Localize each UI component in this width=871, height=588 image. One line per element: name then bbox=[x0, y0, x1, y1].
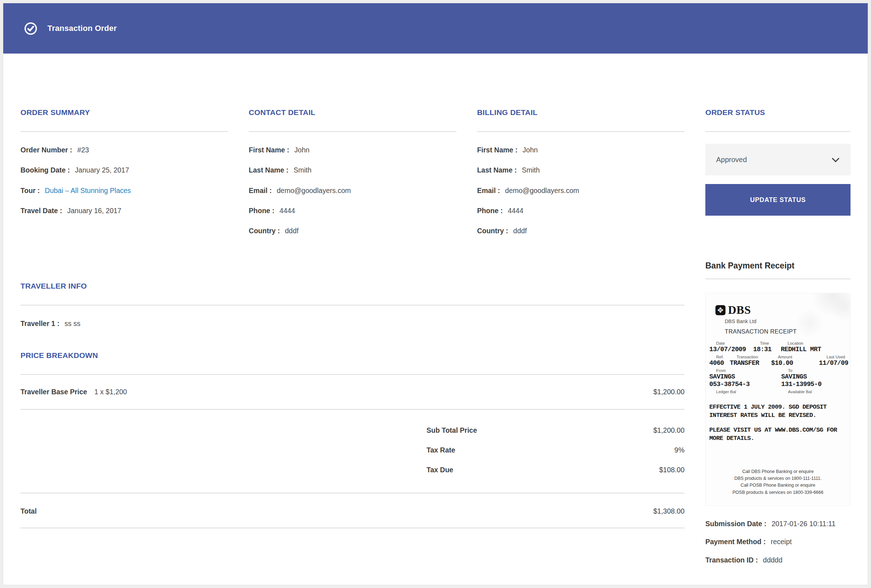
receipt-row2-values: 4060TRANSFER$10.0011/07/09 bbox=[709, 359, 847, 367]
price-item-label: Traveller Base Price bbox=[21, 388, 87, 396]
subtotal-amount: $1,200.00 bbox=[653, 426, 684, 434]
price-item-detail: 1 x $1,200 bbox=[94, 388, 127, 396]
check-circle-icon bbox=[24, 22, 37, 35]
tax-due-amount: $108.00 bbox=[659, 466, 685, 474]
page-title: Transaction Order bbox=[48, 24, 117, 33]
traveller-info-title: TRAVELLER INFO bbox=[21, 282, 684, 290]
order-status-section: ORDER STATUS Approved UPDATE STATUS bbox=[705, 108, 850, 215]
receipt-footer: Call DBS Phone Banking or enquire DBS pr… bbox=[709, 468, 847, 498]
field-value: 4444 bbox=[280, 206, 295, 215]
transaction-order-card: Transaction Order ORDER SUMMARY Order Nu… bbox=[3, 3, 868, 585]
field-value: Smith bbox=[522, 166, 540, 174]
field-value: John bbox=[294, 146, 309, 154]
field-label: Email : bbox=[248, 187, 272, 195]
subtotal-label: Sub Total Price bbox=[427, 426, 477, 434]
field-value: January 25, 2017 bbox=[75, 166, 129, 174]
receipt-meta-fields: Submission Date :2017-01-26 10:11:11 Pay… bbox=[705, 519, 850, 565]
field-label: Phone : bbox=[248, 206, 274, 215]
receipt-balance-labels: Ledger BalAvailable Bal bbox=[709, 390, 847, 394]
field-label: Phone : bbox=[477, 206, 503, 215]
update-status-button[interactable]: UPDATE STATUS bbox=[705, 184, 850, 215]
receipt-doc-title: TRANSACTION RECEIPT bbox=[725, 328, 847, 335]
billing-email-field: Email :demo@goodlayers.com bbox=[477, 186, 684, 196]
receipt-fromto-line2: 053-38754-3131-13995-0 bbox=[709, 381, 847, 388]
field-label: Country : bbox=[248, 227, 280, 235]
divider bbox=[21, 528, 684, 528]
receipt-row2-labels: Ref.TransactionAmountLast Used bbox=[709, 355, 847, 359]
contact-first-name-field: First Name :John bbox=[248, 145, 456, 155]
payment-method-field: Payment Method :receipt bbox=[705, 537, 850, 547]
contact-country-field: Country :dddf bbox=[248, 226, 456, 236]
price-breakdown-section: PRICE BREAKDOWN Traveller Base Price1 x … bbox=[21, 351, 684, 528]
receipt-fromto-line1: SAVINGSSAVINGS bbox=[709, 373, 847, 380]
field-label: Last Name : bbox=[248, 166, 289, 174]
detail-columns: ORDER SUMMARY Order Number :#23 Booking … bbox=[21, 108, 684, 246]
tax-rate-label: Tax Rate bbox=[427, 446, 455, 454]
bank-receipt-section: Bank Payment Receipt ✥ DBS DBS Bank Ltd … bbox=[705, 261, 850, 565]
price-breakdown-title: PRICE BREAKDOWN bbox=[21, 351, 684, 360]
field-label: Payment Method : bbox=[705, 538, 766, 546]
booking-date-field: Booking Date :January 25, 2017 bbox=[21, 165, 228, 175]
content-area: ORDER SUMMARY Order Number :#23 Booking … bbox=[3, 54, 868, 585]
tax-rate-row: Tax Rate 9% bbox=[21, 446, 684, 454]
field-value: January 16, 2017 bbox=[67, 206, 121, 215]
order-summary-section: ORDER SUMMARY Order Number :#23 Booking … bbox=[21, 108, 228, 246]
order-status-dropdown[interactable]: Approved bbox=[705, 144, 850, 175]
contact-email-field: Email :demo@goodlayers.com bbox=[248, 186, 456, 196]
order-number-field: Order Number :#23 bbox=[21, 145, 228, 155]
price-item-row: Traveller Base Price1 x $1,200 $1,200.00 bbox=[21, 375, 684, 409]
divider bbox=[21, 305, 684, 305]
order-status-select[interactable]: Approved bbox=[705, 144, 850, 175]
dbs-logo-icon: ✥ bbox=[715, 305, 726, 315]
receipt-fromto-labels: FromTo bbox=[709, 368, 847, 373]
field-value: John bbox=[522, 146, 537, 154]
billing-phone-field: Phone :4444 bbox=[477, 206, 684, 215]
field-label: Tour : bbox=[21, 187, 40, 195]
field-value: ss ss bbox=[64, 320, 80, 328]
field-value: 4444 bbox=[508, 206, 523, 215]
receipt-notice-2: PLEASE VISIT US AT WWW.DBS.COM/SG FOR MO… bbox=[709, 426, 847, 443]
billing-first-name-field: First Name :John bbox=[477, 145, 684, 155]
tax-due-row: Tax Due $108.00 bbox=[21, 466, 684, 474]
contact-last-name-field: Last Name :Smith bbox=[248, 165, 456, 175]
subtotal-row: Sub Total Price $1,200.00 bbox=[21, 426, 684, 434]
receipt-row1-values: 13/07/200918:31REDHILL MRT bbox=[709, 346, 847, 353]
billing-country-field: Country :dddf bbox=[477, 226, 684, 236]
field-value: ddddd bbox=[763, 556, 782, 564]
field-label: Last Name : bbox=[477, 166, 517, 174]
billing-last-name-field: Last Name :Smith bbox=[477, 165, 684, 175]
contact-detail-section: CONTACT DETAIL First Name :John Last Nam… bbox=[248, 108, 456, 246]
contact-phone-field: Phone :4444 bbox=[248, 206, 456, 215]
transaction-id-field: Transaction ID :ddddd bbox=[705, 555, 850, 565]
total-label: Total bbox=[21, 507, 37, 515]
page: { "colors": { "accent": "#4859A0", "head… bbox=[0, 0, 871, 588]
traveller-info-section: TRAVELLER INFO Traveller 1 :ss ss bbox=[21, 282, 684, 329]
receipt-bank-name: DBS Bank Ltd bbox=[725, 319, 847, 324]
billing-detail-section: BILLING DETAIL First Name :John Last Nam… bbox=[477, 108, 684, 246]
receipt-row1-labels: DateTimeLocation bbox=[709, 341, 847, 346]
field-value: demo@goodlayers.com bbox=[277, 187, 351, 195]
price-subtotals: Sub Total Price $1,200.00 Tax Rate 9% Ta… bbox=[21, 410, 684, 493]
order-status-title: ORDER STATUS bbox=[705, 108, 850, 117]
dbs-logo-text: DBS bbox=[728, 303, 751, 317]
total-row: Total $1,308.00 bbox=[21, 494, 684, 528]
divider bbox=[477, 131, 684, 132]
field-value: 2017-01-26 10:11:11 bbox=[771, 520, 835, 528]
divider bbox=[705, 278, 850, 279]
field-value: demo@goodlayers.com bbox=[505, 187, 579, 195]
field-label: Travel Date : bbox=[21, 206, 62, 215]
dbs-logo: ✥ DBS bbox=[715, 303, 847, 317]
order-summary-title: ORDER SUMMARY bbox=[21, 108, 228, 117]
field-label: Booking Date : bbox=[21, 166, 70, 174]
price-item-amount: $1,200.00 bbox=[653, 388, 684, 396]
receipt-image: ✥ DBS DBS Bank Ltd TRANSACTION RECEIPT D… bbox=[705, 293, 850, 506]
travel-date-field: Travel Date :January 16, 2017 bbox=[21, 206, 228, 215]
divider bbox=[21, 131, 228, 132]
divider bbox=[248, 131, 456, 132]
field-value: Smith bbox=[293, 166, 311, 174]
tour-link[interactable]: Dubai – All Stunning Places bbox=[45, 187, 131, 195]
field-label: Email : bbox=[477, 187, 500, 195]
tax-due-label: Tax Due bbox=[427, 466, 453, 474]
contact-detail-title: CONTACT DETAIL bbox=[248, 108, 456, 117]
receipt-notice-1: EFFECTIVE 1 JULY 2009. SGD DEPOSIT INTER… bbox=[709, 403, 847, 420]
